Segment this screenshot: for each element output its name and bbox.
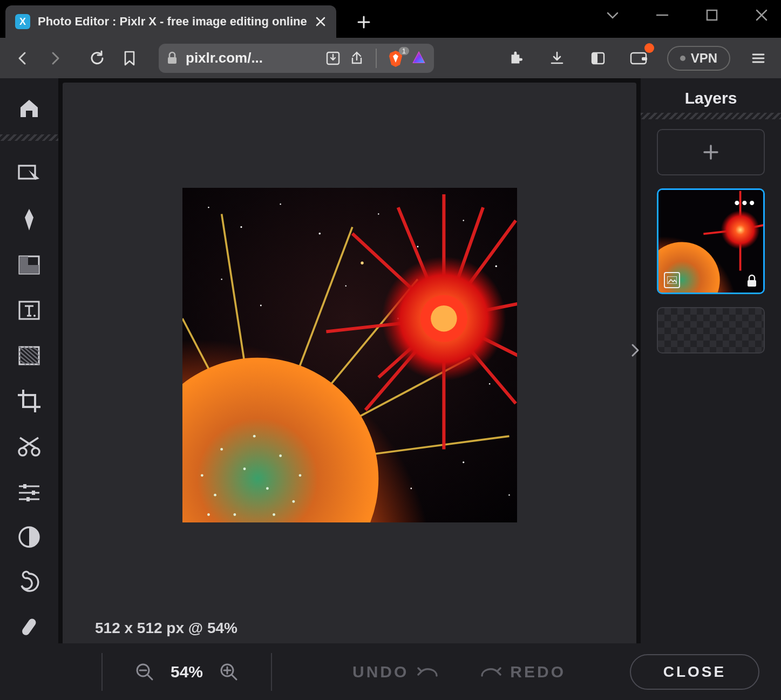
svg-rect-6	[642, 57, 647, 60]
redo-label: REDO	[510, 663, 566, 681]
svg-point-14	[19, 448, 26, 456]
zoom-controls: 54%	[135, 662, 239, 682]
close-tab-button[interactable]	[315, 16, 327, 28]
text-tool[interactable]	[8, 289, 51, 332]
bottom-bar: 54% UNDO REDO CLOSE	[58, 643, 781, 700]
address-bar[interactable]: pixlr.com/... 1	[159, 44, 434, 73]
svg-point-73	[431, 305, 457, 331]
zoom-out-button[interactable]	[135, 662, 154, 682]
extensions-icon[interactable]	[503, 45, 529, 71]
svg-rect-10	[28, 265, 39, 274]
svg-point-55	[253, 434, 255, 437]
status-dot-icon	[680, 56, 685, 61]
layer-thumbnail-active[interactable]: •••	[657, 188, 765, 294]
wallet-icon[interactable]	[626, 45, 652, 71]
pixlr-favicon: X	[15, 14, 30, 29]
svg-rect-4	[592, 53, 597, 64]
zoom-percentage[interactable]: 54%	[171, 663, 203, 681]
svg-point-81	[721, 210, 760, 249]
left-toolbar	[0, 78, 58, 700]
cutout-tool[interactable]	[8, 425, 51, 468]
close-button[interactable]: CLOSE	[630, 654, 759, 690]
svg-point-38	[361, 261, 363, 264]
separator	[271, 653, 272, 691]
filter-tool[interactable]	[8, 515, 51, 559]
back-button[interactable]	[10, 45, 36, 71]
brave-badge: 1	[399, 47, 409, 55]
separator-hatch	[0, 134, 58, 141]
svg-rect-9	[19, 256, 28, 274]
svg-point-24	[280, 203, 281, 205]
chevron-down-icon[interactable]	[604, 6, 621, 24]
fill-tool[interactable]	[8, 334, 51, 377]
ai-tool[interactable]	[8, 198, 51, 241]
arrange-tool[interactable]	[8, 153, 51, 196]
minimize-button[interactable]	[654, 6, 671, 24]
svg-point-15	[32, 448, 39, 456]
layer-options-icon[interactable]: •••	[735, 194, 757, 212]
svg-point-34	[488, 383, 490, 384]
layout-tool[interactable]	[8, 243, 51, 287]
svg-point-57	[207, 513, 210, 516]
vpn-button[interactable]: VPN	[667, 46, 730, 71]
adjust-tool[interactable]	[8, 470, 51, 513]
svg-point-25	[318, 232, 321, 234]
svg-point-49	[266, 487, 269, 490]
brave-rewards-icon[interactable]	[411, 51, 426, 66]
svg-point-54	[200, 474, 203, 477]
layer-thumbnail-empty[interactable]	[657, 307, 765, 354]
lock-icon[interactable]	[746, 274, 758, 288]
svg-point-50	[214, 493, 216, 496]
canvas-status: 512 x 512 px @ 54%	[95, 620, 237, 637]
notification-dot-icon	[644, 43, 654, 53]
new-tab-button[interactable]	[352, 11, 375, 33]
svg-point-51	[279, 454, 282, 457]
home-button[interactable]	[8, 86, 51, 129]
browser-tab[interactable]: X Photo Editor : Pixlr X - free image ed…	[5, 5, 336, 38]
collapse-panel-button[interactable]	[630, 343, 641, 358]
undo-button[interactable]: UNDO	[352, 663, 438, 681]
browser-titlebar: X Photo Editor : Pixlr X - free image ed…	[0, 0, 781, 38]
retouch-tool[interactable]	[8, 606, 51, 649]
sidebar-toggle-icon[interactable]	[585, 45, 611, 71]
canvas-area[interactable]: 512 x 512 px @ 54%	[63, 83, 636, 643]
liquify-tool[interactable]	[8, 561, 51, 604]
layers-panel: Layers •••	[641, 78, 781, 643]
svg-point-58	[273, 513, 275, 516]
close-label: CLOSE	[663, 663, 726, 681]
close-window-button[interactable]	[753, 6, 770, 24]
svg-point-23	[240, 226, 242, 228]
svg-rect-20	[21, 617, 37, 637]
menu-button[interactable]	[745, 45, 771, 71]
toolbar-right: VPN	[503, 45, 771, 71]
svg-point-26	[378, 213, 379, 214]
lock-icon	[166, 51, 178, 65]
redo-button[interactable]: REDO	[481, 663, 566, 681]
svg-rect-1	[168, 57, 176, 64]
svg-rect-17	[32, 491, 35, 495]
svg-rect-7	[19, 166, 35, 179]
crop-tool[interactable]	[8, 379, 51, 423]
undo-label: UNDO	[352, 663, 409, 681]
install-app-icon[interactable]	[325, 50, 341, 66]
svg-point-52	[233, 513, 236, 516]
add-layer-button[interactable]	[657, 129, 765, 175]
downloads-icon[interactable]	[544, 45, 570, 71]
svg-point-53	[292, 500, 295, 502]
svg-point-56	[298, 474, 301, 477]
svg-rect-0	[707, 10, 717, 20]
forward-button[interactable]	[42, 45, 68, 71]
window-controls	[604, 6, 770, 24]
brave-shields-icon[interactable]: 1	[388, 50, 404, 66]
bookmark-button[interactable]	[117, 45, 142, 71]
svg-point-29	[495, 265, 497, 267]
svg-rect-16	[23, 484, 26, 488]
vpn-label: VPN	[691, 51, 717, 66]
share-icon[interactable]	[349, 50, 365, 66]
url-text: pixlr.com/...	[186, 50, 317, 66]
zoom-in-button[interactable]	[219, 662, 239, 682]
maximize-button[interactable]	[703, 6, 721, 24]
svg-point-22	[208, 207, 209, 208]
reload-button[interactable]	[84, 45, 110, 71]
separator	[101, 653, 103, 691]
